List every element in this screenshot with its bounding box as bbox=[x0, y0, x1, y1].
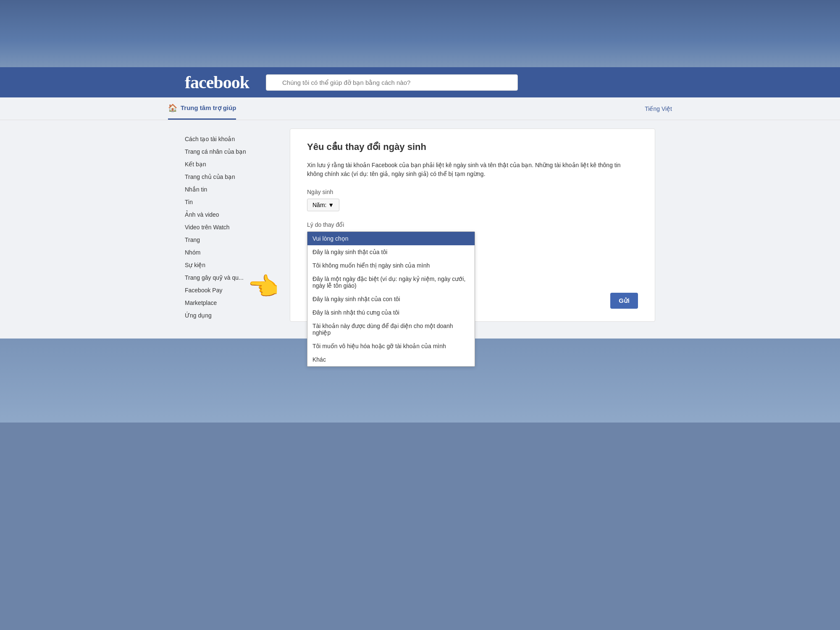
dropdown-item[interactable]: Khác bbox=[307, 353, 475, 366]
nav-title: Trung tâm trợ giúp bbox=[181, 104, 236, 112]
sidebar-item[interactable]: Trang bbox=[185, 234, 277, 246]
reason-select-wrap[interactable]: Vui lòng chọn ▼ Vui lòng chọnĐây là ngày… bbox=[307, 231, 429, 246]
page-title: Yêu cầu thay đổi ngày sinh bbox=[307, 142, 638, 152]
dropdown-item[interactable]: Đây là ngày sinh nhật của con tôi bbox=[307, 292, 475, 306]
year-select-area: Năm: ▼ bbox=[307, 199, 638, 211]
sidebar-item[interactable]: Ảnh và video bbox=[185, 208, 277, 221]
dropdown-item[interactable]: Đây là ngày sinh thật của tôi bbox=[307, 245, 475, 259]
search-input[interactable] bbox=[266, 74, 518, 91]
top-background bbox=[0, 0, 840, 67]
dropdown-item[interactable]: Đây là một ngày đặc biệt (ví dụ: ngày kỷ… bbox=[307, 272, 475, 292]
sidebar-item[interactable]: Tin bbox=[185, 196, 277, 208]
dropdown-item[interactable]: Đây là sinh nhật thú cưng của tôi bbox=[307, 306, 475, 319]
sidebar-item[interactable]: Kết bạn bbox=[185, 158, 277, 171]
birthday-label: Ngày sinh bbox=[307, 189, 638, 195]
year-select-btn[interactable]: Năm: ▼ bbox=[307, 199, 339, 211]
nav-help-center[interactable]: 🏠 Trung tâm trợ giúp bbox=[168, 97, 236, 120]
language-selector[interactable]: Tiếng Việt bbox=[645, 105, 672, 112]
dropdown-item[interactable]: Tài khoản này được dùng để đại diện cho … bbox=[307, 319, 475, 339]
sidebar-item[interactable]: Trang chủ của bạn bbox=[185, 171, 277, 183]
navbar: 🏠 Trung tâm trợ giúp Tiếng Việt bbox=[0, 97, 840, 120]
sidebar-item[interactable]: Nhóm bbox=[185, 246, 277, 259]
main-layout: Cách tạo tài khoảnTrang cá nhân của bạnK… bbox=[168, 120, 672, 339]
sidebar-item[interactable]: Ứng dụng bbox=[185, 309, 277, 322]
sidebar-item[interactable]: Trang gây quỹ và qu... bbox=[185, 271, 277, 284]
sidebar-item[interactable]: Trang cá nhân của bạn bbox=[185, 145, 277, 158]
reason-label: Lý do thay đổi bbox=[307, 221, 638, 228]
dropdown-item[interactable]: Vui lòng chọn bbox=[307, 232, 475, 245]
submit-button[interactable]: Gửi bbox=[610, 293, 638, 309]
header: facebook 🔍 bbox=[0, 67, 840, 97]
facebook-logo: facebook bbox=[185, 72, 249, 92]
dropdown-item[interactable]: Tôi không muốn hiển thị ngày sinh của mì… bbox=[307, 259, 475, 272]
sidebar-item[interactable]: Video trên Watch bbox=[185, 221, 277, 234]
dropdown-list: Vui lòng chọnĐây là ngày sinh thật của t… bbox=[307, 231, 475, 367]
description-text: Xin lưu ý rằng tài khoản Facebook của bạ… bbox=[307, 161, 638, 178]
sidebar-item[interactable]: Sự kiện bbox=[185, 259, 277, 271]
home-icon: 🏠 bbox=[168, 103, 177, 113]
sidebar-item[interactable]: Facebook Pay bbox=[185, 284, 277, 297]
sidebar-item[interactable]: Nhắn tin bbox=[185, 183, 277, 196]
sidebar: Cách tạo tài khoảnTrang cá nhân của bạnK… bbox=[185, 129, 277, 322]
search-wrap: 🔍 bbox=[266, 74, 518, 91]
sidebar-item[interactable]: Cách tạo tài khoản bbox=[185, 133, 277, 145]
content-area: Yêu cầu thay đổi ngày sinh Xin lưu ý rằn… bbox=[290, 129, 655, 322]
sidebar-item[interactable]: Marketplace bbox=[185, 297, 277, 309]
dropdown-item[interactable]: Tôi muốn vô hiệu hóa hoặc gỡ tài khoản c… bbox=[307, 339, 475, 353]
